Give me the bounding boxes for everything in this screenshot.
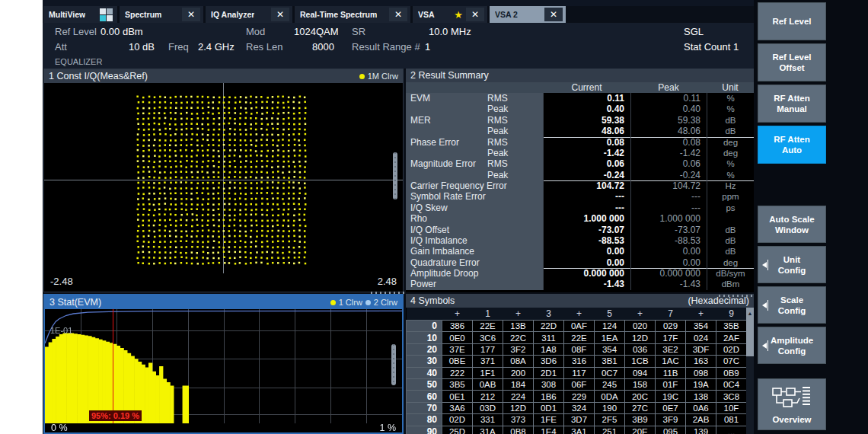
softkey-amplitude-config[interactable]: Amplitude Config: [758, 327, 826, 364]
tab-spectrum[interactable]: Spectrum✕: [120, 6, 203, 23]
splitter-top-bottom-right[interactable]: [719, 295, 752, 297]
symbols-row-10: 100E03C622C31122E1EA12D17F0242AF: [407, 332, 747, 343]
softkey-ref-level-offset[interactable]: Ref Level Offset: [758, 43, 826, 81]
column-header-unit: Unit: [707, 82, 754, 93]
tab-iq-analyzer[interactable]: IQ Analyzer✕: [206, 6, 292, 23]
window-symbols-title: 4 Symbols: [410, 295, 455, 306]
symbol-cell: 139: [686, 426, 716, 434]
close-icon[interactable]: ✕: [544, 8, 563, 21]
x-max-label: 1 %: [379, 423, 396, 433]
star-icon: ★: [454, 10, 463, 20]
symbol-cell: 3DF: [686, 343, 716, 355]
window-stat-evm: 3 Stat(EVM) 1 Clrw 2 Clrw 1E-01 95%: 0.1…: [43, 294, 404, 434]
symbol-cell: 371: [473, 356, 503, 367]
symbol-cell: 0DA: [595, 391, 625, 402]
result-unit: %: [707, 104, 754, 114]
symbol-cell: 1FE: [534, 414, 564, 426]
symbol-cell: 158: [625, 378, 656, 390]
x-min-label: 0 %: [51, 423, 68, 433]
tab-label: VSA: [418, 10, 435, 19]
symbols-col-header: +: [503, 308, 534, 321]
status-field-sr: SR: [352, 26, 365, 37]
result-row-power-: Power-1.43-1.43dBm: [406, 279, 754, 289]
softkey-rf-atten-manual[interactable]: RF Atten Manual: [758, 85, 826, 123]
close-icon[interactable]: ✕: [271, 8, 289, 21]
result-name: Phase ErrorRMS: [406, 137, 543, 148]
result-peak-value: 0.000 000: [630, 268, 707, 279]
tab-label: VSA 2: [495, 10, 518, 19]
symbols-col-header: 1: [473, 308, 503, 321]
result-current-value: 1.000 000: [543, 213, 630, 224]
symbol-cell: 036: [625, 343, 656, 355]
symbol-cell: 212: [473, 391, 503, 402]
softkey-auto-scale-window[interactable]: Auto Scale Window: [758, 206, 826, 243]
status-field-mod: Mod: [246, 26, 265, 37]
symbol-cell: 17F: [656, 332, 686, 343]
result-name: Magnitude ErrorRMS: [406, 158, 543, 169]
symbol-cell: 184: [503, 378, 534, 390]
tab-vsa[interactable]: VSA★✕: [413, 6, 487, 23]
close-icon[interactable]: ✕: [182, 8, 200, 21]
window-const-iq-header[interactable]: 1 Const I/Q(Meas&Ref) 1M Clrw: [44, 69, 403, 83]
window-symbols-header[interactable]: 4 Symbols (Hexadecimal): [406, 294, 754, 308]
result-current-value: -88.53: [543, 235, 630, 246]
symbols-row-0: 038622E13B22D0AF12402002935435B: [407, 321, 747, 332]
symbol-cell: 200: [503, 367, 534, 378]
result-row-mer-rms: MERRMS59.3859.38dB: [406, 115, 754, 126]
tab-vsa-2[interactable]: VSA 2✕: [490, 6, 566, 23]
softkey-ref-level[interactable]: Ref Level: [758, 2, 826, 40]
softkey-overview[interactable]: Overview: [758, 378, 826, 430]
column-header-peak: Peak: [630, 82, 707, 93]
scrollbar-thumb[interactable]: [746, 318, 754, 356]
result-unit: dB: [707, 126, 754, 137]
result-name: Peak: [406, 126, 543, 137]
window-result-summary-header[interactable]: 2 Result Summary: [406, 69, 754, 82]
scroll-up-icon[interactable]: ▲: [746, 308, 754, 318]
window-result-summary: 2 Result Summary Current Peak Unit EVMRM…: [406, 69, 754, 292]
result-summary-table: EVMRMS0.110.11%Peak0.400.40%MERRMS59.385…: [406, 93, 754, 290]
softkey-scale-config[interactable]: Scale Config: [758, 286, 826, 324]
symbol-cell: 138: [686, 391, 716, 402]
status-value-ref-level: 0.00 dBm: [101, 26, 143, 37]
result-peak-value: -1.43: [630, 279, 707, 289]
symbol-cell: 020: [625, 321, 656, 332]
tab-multiview[interactable]: MultiView: [43, 6, 117, 23]
splitter-top-bottom-left[interactable]: [371, 292, 404, 294]
result-row-rho-: Rho1.000 0001.000 000: [406, 213, 754, 224]
symbol-cell: 1E4: [534, 426, 564, 434]
symbols-scrollbar[interactable]: ▲: [746, 308, 754, 434]
symbol-cell: 22E: [473, 321, 503, 332]
symbols-col-header: 3: [534, 308, 564, 321]
result-current-value: 0.08: [543, 137, 630, 148]
overview-flow-icon: [772, 386, 812, 409]
symbol-cell: 1A8: [534, 343, 564, 355]
close-icon[interactable]: ✕: [389, 8, 407, 21]
histogram-x-axis: 0 % 1 %: [45, 423, 402, 434]
symbol-cell: 311: [534, 332, 564, 343]
symbol-cell: 222: [442, 367, 473, 378]
symbol-cell: 0BE: [442, 356, 473, 367]
constellation-x-axis: -2.48 2.48: [44, 273, 403, 292]
symbol-cell: 2AF: [716, 332, 747, 343]
splitter-win3-win4[interactable]: [391, 344, 396, 385]
result-row-cont-peak: Peak-1.42-1.42deg: [406, 148, 754, 158]
x-min-label: -2.48: [50, 276, 73, 287]
symbol-cell: 124: [595, 321, 625, 332]
symbol-cell: 22E: [564, 332, 595, 343]
symbol-cell: 245: [595, 378, 625, 390]
window-symbols: 4 Symbols (Hexadecimal) +1+3+5+7+9038622…: [406, 294, 754, 434]
symbol-cell: 02D: [716, 343, 747, 355]
softkey-label: Overview: [758, 414, 825, 425]
tab-real-time-spectrum[interactable]: Real-Time Spectrum✕: [295, 6, 410, 23]
symbols-format-label: (Hexadecimal): [688, 295, 749, 306]
top-strip: [43, 0, 868, 6]
status-field-result-range-: Result Range #: [352, 41, 420, 53]
softkey-unit-config[interactable]: Unit Config: [758, 246, 826, 283]
symbols-col-header: +: [686, 308, 716, 321]
symbols-row-label: 0: [407, 321, 442, 332]
window-stat-evm-header[interactable]: 3 Stat(EVM) 1 Clrw 2 Clrw: [45, 295, 402, 309]
splitter-win1-win2[interactable]: [393, 152, 397, 199]
softkey-rf-atten-auto[interactable]: RF Atten Auto: [758, 126, 826, 164]
result-unit: dB: [707, 115, 754, 126]
close-icon[interactable]: ✕: [466, 8, 484, 21]
